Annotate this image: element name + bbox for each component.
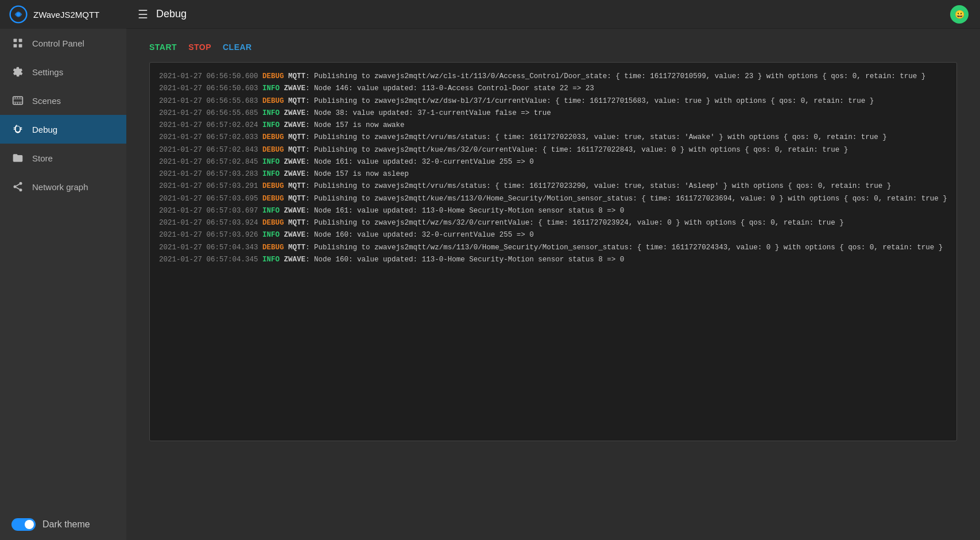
log-line: 2021-01-27 06:57:03.291 DEBUG MQTT: Publ… [159, 180, 947, 192]
log-line: 2021-01-27 06:57:04.343 DEBUG MQTT: Publ… [159, 242, 947, 254]
svg-point-1 [17, 13, 20, 16]
sidebar-item-settings[interactable]: Settings [0, 57, 126, 86]
sidebar-item-label-control-panel: Control Panel [32, 38, 115, 48]
log-line: 2021-01-27 06:57:02.845 INFO ZWAVE: Node… [159, 156, 947, 168]
main-area: ☰ Debug 😀 START STOP CLEAR 2021-01-27 06… [126, 0, 980, 540]
log-area[interactable]: 2021-01-27 06:56:50.600 DEBUG MQTT: Publ… [149, 62, 957, 441]
log-level: INFO [262, 170, 280, 178]
sidebar-item-debug[interactable]: Debug [0, 115, 126, 144]
log-level: INFO [262, 109, 280, 117]
svg-rect-3 [19, 39, 22, 43]
dark-theme-toggle[interactable] [11, 518, 36, 531]
log-line: 2021-01-27 06:57:03.926 INFO ZWAVE: Node… [159, 229, 947, 241]
sidebar-item-label-settings: Settings [32, 67, 115, 77]
log-message: : Node 157 is now asleep [305, 170, 409, 178]
log-source: MQTT [288, 182, 305, 190]
log-source: ZWAVE [284, 256, 306, 264]
start-button[interactable]: START [149, 40, 177, 54]
sidebar-item-label-network-graph: Network graph [32, 182, 115, 192]
log-source: MQTT [288, 195, 305, 203]
log-level: DEBUG [262, 146, 284, 154]
log-line: 2021-01-27 06:57:03.283 INFO ZWAVE: Node… [159, 168, 947, 180]
debug-toolbar: START STOP CLEAR [149, 40, 957, 54]
log-level: DEBUG [262, 133, 284, 141]
log-timestamp: 2021-01-27 06:56:50.603 [159, 84, 258, 92]
log-source: ZWAVE [284, 231, 306, 239]
log-timestamp: 2021-01-27 06:57:03.697 [159, 207, 258, 215]
content-area: START STOP CLEAR 2021-01-27 06:56:50.600… [126, 29, 980, 540]
stop-button[interactable]: STOP [188, 40, 211, 54]
svg-rect-11 [20, 97, 20, 98]
app-logo [9, 5, 28, 24]
sidebar-item-store[interactable]: Store [0, 144, 126, 172]
sidebar-item-scenes[interactable]: Scenes [0, 86, 126, 115]
svg-rect-9 [15, 97, 16, 98]
log-line: 2021-01-27 06:57:02.843 DEBUG MQTT: Publ… [159, 144, 947, 156]
menu-icon[interactable]: ☰ [138, 7, 148, 21]
log-timestamp: 2021-01-27 06:57:03.926 [159, 231, 258, 239]
svg-rect-12 [15, 102, 16, 105]
svg-rect-2 [14, 39, 17, 43]
svg-rect-13 [17, 102, 18, 105]
page-title: Debug [156, 8, 187, 20]
log-line: 2021-01-27 06:57:04.345 INFO ZWAVE: Node… [159, 254, 947, 266]
svg-rect-14 [20, 102, 20, 105]
sidebar-header: ZWaveJS2MQTT [0, 0, 126, 29]
svg-rect-7 [13, 99, 23, 99]
film-icon [11, 94, 24, 107]
topbar: ☰ Debug 😀 [126, 0, 980, 29]
log-message: : Node 38: value updated: 37-1-currentVa… [305, 109, 551, 117]
log-level: DEBUG [262, 195, 284, 203]
clear-button[interactable]: CLEAR [223, 40, 252, 54]
sidebar-item-label-scenes: Scenes [32, 96, 115, 106]
sidebar-item-label-debug: Debug [32, 125, 115, 134]
log-level: INFO [262, 158, 280, 166]
log-timestamp: 2021-01-27 06:57:02.845 [159, 158, 258, 166]
log-line: 2021-01-27 06:57:02.033 DEBUG MQTT: Publ… [159, 132, 947, 144]
log-message: : Publishing to zwavejs2mqtt/wz/ms/113/0… [305, 244, 943, 252]
log-line: 2021-01-27 06:56:55.685 INFO ZWAVE: Node… [159, 107, 947, 119]
log-message: : Node 160: value updated: 32-0-currentV… [305, 231, 534, 239]
grid-icon [11, 37, 24, 49]
log-message: : Node 157 is now awake [305, 121, 405, 129]
log-line: 2021-01-27 06:57:03.695 DEBUG MQTT: Publ… [159, 193, 947, 205]
log-message: : Node 160: value updated: 113-0-Home Se… [305, 256, 624, 264]
bug-icon [11, 123, 24, 136]
log-timestamp: 2021-01-27 06:57:04.345 [159, 256, 258, 264]
log-level: INFO [262, 256, 280, 264]
log-message: : Publishing to zwavejs2mqtt/wz/dsw-bl/3… [305, 97, 874, 105]
svg-rect-10 [17, 97, 18, 98]
log-timestamp: 2021-01-27 06:57:03.291 [159, 182, 258, 190]
svg-point-15 [20, 182, 22, 185]
sidebar-item-network-graph[interactable]: Network graph [0, 172, 126, 201]
log-message: : Publishing to zwavejs2mqtt/vru/ms/stat… [305, 182, 891, 190]
log-message: : Node 146: value updated: 113-0-Access … [305, 84, 594, 92]
log-source: MQTT [288, 97, 305, 105]
svg-rect-4 [14, 44, 17, 48]
log-timestamp: 2021-01-27 06:57:03.695 [159, 195, 258, 203]
log-level: INFO [262, 231, 280, 239]
log-source: ZWAVE [284, 158, 306, 166]
log-source: MQTT [288, 219, 305, 227]
share-icon [11, 180, 24, 193]
folder-icon [11, 152, 24, 164]
sidebar-item-control-panel[interactable]: Control Panel [0, 29, 126, 57]
svg-line-19 [16, 184, 20, 186]
dark-theme-row: Dark theme [0, 509, 126, 540]
log-level: INFO [262, 121, 280, 129]
user-avatar[interactable]: 😀 [950, 5, 969, 24]
log-message: : Publishing to zwavejs2mqtt/kue/ms/32/0… [305, 146, 848, 154]
log-source: ZWAVE [284, 121, 306, 129]
log-timestamp: 2021-01-27 06:56:50.600 [159, 72, 258, 80]
log-line: 2021-01-27 06:57:03.697 INFO ZWAVE: Node… [159, 205, 947, 217]
nav-items: Control Panel Settings Scenes Debug Stor [0, 29, 126, 201]
log-source: MQTT [288, 146, 305, 154]
log-source: MQTT [288, 72, 305, 80]
log-source: ZWAVE [284, 170, 306, 178]
log-timestamp: 2021-01-27 06:57:03.283 [159, 170, 258, 178]
log-level: DEBUG [262, 244, 284, 252]
log-line: 2021-01-27 06:57:03.924 DEBUG MQTT: Publ… [159, 217, 947, 229]
log-timestamp: 2021-01-27 06:56:55.683 [159, 97, 258, 105]
sidebar: ZWaveJS2MQTT Control Panel Settings Scen… [0, 0, 126, 540]
log-source: ZWAVE [284, 207, 306, 215]
